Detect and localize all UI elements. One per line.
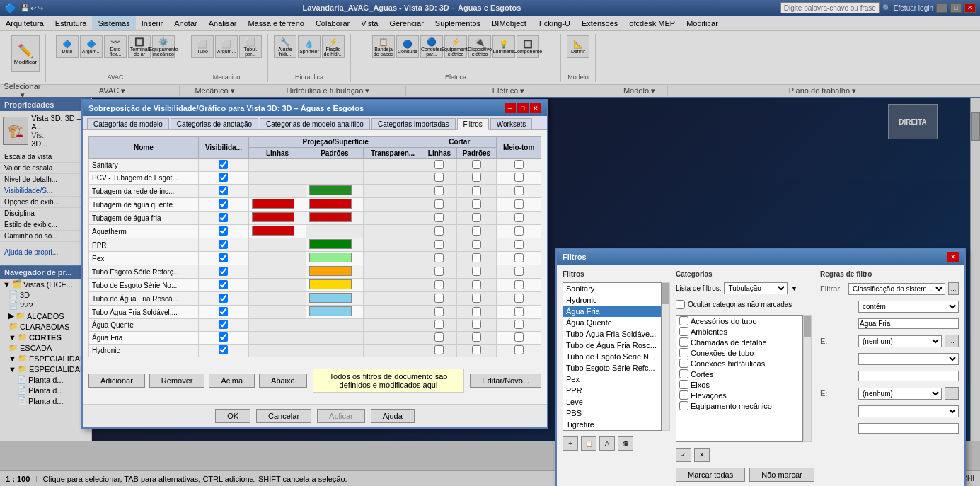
category-checkbox[interactable] bbox=[679, 359, 688, 368]
tab-worksets[interactable]: Worksets bbox=[490, 118, 533, 129]
filter-c-padroes-checkbox[interactable] bbox=[472, 267, 481, 276]
filter-vis-checkbox[interactable] bbox=[219, 307, 228, 316]
category-checkbox[interactable] bbox=[679, 348, 688, 357]
filter-c-linhas-checkbox[interactable] bbox=[434, 345, 444, 354]
filter-c-linhas-checkbox[interactable] bbox=[434, 226, 444, 236]
filter-list-item[interactable]: PBS bbox=[563, 407, 661, 419]
rule-e2-val-input[interactable] bbox=[858, 423, 959, 434]
filter-c-padroes-checkbox[interactable] bbox=[472, 320, 481, 329]
filter-vis-checkbox[interactable] bbox=[219, 226, 228, 236]
category-checkbox[interactable] bbox=[679, 369, 688, 378]
filter-padroes-swatch[interactable] bbox=[309, 185, 352, 195]
filter-c-padroes-checkbox[interactable] bbox=[472, 253, 481, 262]
filter-c-linhas-checkbox[interactable] bbox=[434, 160, 444, 169]
filter-icon-btn-2[interactable]: 📋 bbox=[581, 436, 596, 451]
filter-vis-checkbox[interactable] bbox=[219, 186, 228, 195]
filter-vis-checkbox[interactable] bbox=[219, 267, 228, 276]
filter-meiotom-checkbox[interactable] bbox=[514, 280, 524, 289]
remover-button[interactable]: Remover bbox=[149, 374, 205, 388]
filter-list-item[interactable]: Tigrefire bbox=[563, 419, 661, 430]
filter-padroes-swatch[interactable] bbox=[309, 266, 352, 276]
categories-type-select[interactable]: Tubulação bbox=[724, 282, 788, 294]
filter-padroes-swatch[interactable] bbox=[309, 239, 352, 249]
filter-vis-checkbox[interactable] bbox=[219, 320, 228, 329]
filter-icon-btn-4[interactable]: 🗑 bbox=[618, 436, 633, 451]
filter-table-row[interactable]: Tubagem da rede de inc... bbox=[89, 185, 541, 198]
filter-c-linhas-checkbox[interactable] bbox=[434, 320, 444, 329]
acima-button[interactable]: Acima bbox=[209, 374, 255, 388]
tab-filtros[interactable]: Filtros bbox=[457, 118, 489, 130]
filter-meiotom-checkbox[interactable] bbox=[514, 226, 524, 236]
filter-c-linhas-checkbox[interactable] bbox=[434, 294, 444, 303]
cat-icon-btn-2[interactable]: ✕ bbox=[694, 448, 710, 462]
marcar-todas-button[interactable]: Marcar todas bbox=[676, 468, 745, 482]
category-item[interactable]: Conexões hidráulicas bbox=[676, 358, 802, 369]
vis-ajuda-button[interactable]: Ajuda bbox=[371, 409, 415, 423]
filter-list-item[interactable]: Tubo Água Fria Soldáve... bbox=[563, 328, 661, 340]
filter-table-row[interactable]: Água Fria bbox=[89, 332, 541, 345]
filter-table-row[interactable]: Pex bbox=[89, 252, 541, 265]
filter-meiotom-checkbox[interactable] bbox=[514, 186, 524, 195]
filter-meiotom-checkbox[interactable] bbox=[514, 307, 524, 316]
filter-linhas-swatch[interactable] bbox=[252, 199, 294, 209]
filter-meiotom-checkbox[interactable] bbox=[514, 294, 524, 303]
rule-e1-val-input[interactable] bbox=[858, 371, 959, 381]
category-item[interactable]: Elevações bbox=[676, 390, 802, 400]
categories-expand-btn[interactable]: ▼ bbox=[790, 284, 797, 292]
visibility-dialog-maximize[interactable]: □ bbox=[517, 103, 529, 113]
filter-list-item[interactable]: Tubo de Esgoto Série N... bbox=[563, 351, 661, 362]
category-item[interactable]: Equipamento mecânico bbox=[676, 400, 802, 411]
editar-button[interactable]: Editar/Novo... bbox=[470, 374, 541, 388]
filter-vis-checkbox[interactable] bbox=[219, 345, 228, 354]
rule-e1-select[interactable]: (nenhum) bbox=[858, 335, 942, 347]
filter-vis-checkbox[interactable] bbox=[219, 253, 228, 262]
filter-c-padroes-checkbox[interactable] bbox=[472, 240, 481, 249]
filter-c-padroes-checkbox[interactable] bbox=[472, 160, 481, 169]
rule-e2-select[interactable]: (nenhum) bbox=[858, 388, 942, 400]
filter-meiotom-checkbox[interactable] bbox=[514, 160, 524, 169]
filter-c-padroes-checkbox[interactable] bbox=[472, 226, 481, 236]
filter-table-row[interactable]: Tubagem de água fria bbox=[89, 212, 541, 225]
filter-meiotom-checkbox[interactable] bbox=[514, 199, 524, 209]
filter-c-linhas-checkbox[interactable] bbox=[434, 213, 444, 222]
filter-vis-checkbox[interactable] bbox=[219, 160, 228, 169]
category-item[interactable]: Cortes bbox=[676, 369, 802, 379]
filter-table-row[interactable]: Água Quente bbox=[89, 319, 541, 332]
categories-list[interactable]: Acessórios do tubo Ambientes Chamadas de… bbox=[676, 315, 803, 442]
category-checkbox[interactable] bbox=[679, 327, 688, 336]
filter-c-linhas-checkbox[interactable] bbox=[434, 240, 444, 249]
filter-table-row[interactable]: Aquatherm bbox=[89, 225, 541, 238]
category-item[interactable]: Chamadas de detalhe bbox=[676, 337, 802, 347]
filter-list-item[interactable]: Água Quente bbox=[563, 317, 661, 328]
filters-list-scrollbar-thumb[interactable] bbox=[662, 283, 669, 304]
category-checkbox[interactable] bbox=[679, 401, 688, 410]
hide-unmarked-checkbox[interactable] bbox=[676, 300, 685, 309]
filter-vis-checkbox[interactable] bbox=[219, 332, 228, 342]
category-checkbox[interactable] bbox=[679, 337, 688, 347]
category-item[interactable]: Acessórios do tubo bbox=[676, 316, 802, 326]
tab-categorias-importadas[interactable]: Categorias importadas bbox=[371, 118, 456, 129]
rule-operator-select[interactable]: contém bbox=[858, 301, 959, 313]
filter-c-linhas-checkbox[interactable] bbox=[434, 332, 444, 342]
nao-marcar-button[interactable]: Não marcar bbox=[749, 468, 814, 482]
filters-dialog-close[interactable]: ✕ bbox=[947, 252, 959, 262]
category-item[interactable]: Conexões de tubo bbox=[676, 347, 802, 358]
filter-padroes-swatch[interactable] bbox=[309, 279, 352, 289]
categories-scrollbar-thumb[interactable] bbox=[804, 316, 811, 337]
filter-table-row[interactable]: Tubo de Esgoto Série No... bbox=[89, 279, 541, 292]
filters-list-scrollbar[interactable] bbox=[662, 282, 670, 431]
filter-vis-checkbox[interactable] bbox=[219, 294, 228, 303]
rule-value-input[interactable] bbox=[858, 318, 959, 329]
visibility-dialog-minimize[interactable]: ─ bbox=[505, 103, 516, 113]
filter-vis-checkbox[interactable] bbox=[219, 240, 228, 249]
filter-c-linhas-checkbox[interactable] bbox=[434, 307, 444, 316]
rule-e2-op-select[interactable] bbox=[858, 405, 959, 417]
filter-table-row[interactable]: Tubo Água Fria Soldável,... bbox=[89, 306, 541, 319]
filter-list-item[interactable]: Leve bbox=[563, 396, 661, 407]
tab-categorias-analitico[interactable]: Categorias de modelo analítico bbox=[260, 118, 370, 129]
filter-vis-checkbox[interactable] bbox=[219, 213, 228, 222]
filter-c-padroes-checkbox[interactable] bbox=[472, 199, 481, 209]
rule-e1-btn[interactable]: ... bbox=[945, 335, 959, 347]
filter-linhas-swatch[interactable] bbox=[252, 226, 294, 236]
filter-table-row[interactable]: Tubagem de água quente bbox=[89, 198, 541, 212]
